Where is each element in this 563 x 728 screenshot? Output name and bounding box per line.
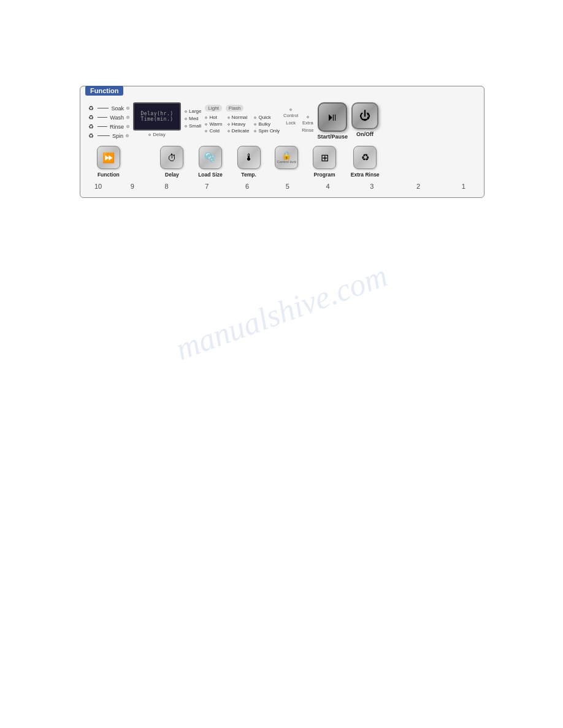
control-lock-label1: Control: [283, 113, 298, 118]
load-med-label: Med: [189, 116, 199, 121]
load-large-label: Large: [189, 108, 201, 114]
hot-dot: [205, 116, 207, 119]
lcd-line2: Time(min.): [140, 116, 173, 122]
delay-dot: [148, 134, 151, 136]
extra-rinse-dot: [307, 116, 309, 118]
lcd-display: Delay(hr.) Time(min.): [133, 102, 181, 131]
hot-label: Hot: [209, 115, 216, 120]
load-size-button[interactable]: 🫧: [199, 146, 222, 169]
control-lock-button-group: 🔒 Control lock: [275, 146, 298, 172]
spin-dot: [126, 134, 129, 137]
load-size-icon: 🫧: [204, 152, 216, 163]
on-off-button[interactable]: ⏻: [351, 102, 378, 129]
spin-only-row: Spin Only: [254, 128, 280, 134]
control-lock-area: Control Lock: [283, 102, 298, 126]
delay-text: Delay: [153, 132, 165, 137]
control-lock-button[interactable]: 🔒 Control lock: [275, 146, 298, 169]
spin-icon: ♻: [86, 132, 95, 139]
temp-icon: 🌡: [244, 152, 254, 163]
temp-cols: Hot Warm Cold Normal: [205, 115, 280, 134]
function-button-group: ⏩ Function: [97, 146, 120, 178]
cold-label: Cold: [209, 128, 219, 134]
extra-rinse-button-label: Extra Rinse: [351, 172, 380, 178]
start-pause-button-area[interactable]: ⏯ Start/Pause: [317, 102, 348, 140]
temp-column: Hot Warm Cold: [205, 115, 222, 134]
control-lock-icon: 🔒 Control lock: [277, 151, 296, 164]
delicate-label: Delicate: [232, 128, 250, 134]
load-med-dot: [185, 118, 187, 120]
heavy-row: Heavy: [228, 121, 250, 127]
program-icon: ⊞: [321, 152, 329, 164]
mode-col1: Normal Heavy Delicate: [228, 115, 250, 134]
warm-dot: [205, 123, 207, 126]
load-size-area: Large Med Small: [185, 102, 201, 129]
spin-label: Spin: [112, 133, 123, 139]
soak-label: Soak: [111, 105, 124, 112]
normal-label: Normal: [232, 115, 248, 120]
lcd-line1: Delay(hr.): [140, 111, 173, 116]
bulky-dot: [254, 123, 256, 126]
soak-line: [98, 108, 109, 108]
rinse-dot: [126, 125, 129, 128]
bulky-row: Bulky: [254, 121, 280, 127]
rinse-label: Rinse: [110, 124, 124, 130]
control-lock-dot: [289, 108, 292, 111]
cycle-indicators: ♻ Soak ♻ Wash ♻ Rinse ♻ Spin: [86, 102, 129, 139]
extra-rinse-icon: ♻: [361, 152, 369, 163]
delay-button-group: ⏱ Delay: [160, 146, 183, 178]
bulky-label: Bulky: [258, 121, 270, 127]
program-button[interactable]: ⊞: [313, 146, 336, 169]
on-off-button-area[interactable]: ⏻ On/Off: [351, 102, 378, 137]
hot-row: Hot: [205, 115, 222, 120]
cold-dot: [205, 130, 207, 132]
watermark: manualshive.com: [171, 257, 393, 367]
quick-dot: [254, 116, 256, 119]
start-pause-label: Start/Pause: [317, 134, 348, 140]
num-2: 2: [404, 183, 432, 190]
temp-mode-area: Light Flash Hot Warm Cold: [205, 102, 280, 134]
wash-dot: [126, 116, 129, 119]
start-pause-button[interactable]: ⏯: [318, 102, 347, 132]
heavy-label: Heavy: [232, 121, 246, 127]
function-button-label: Function: [98, 172, 120, 178]
on-off-label: On/Off: [356, 131, 373, 137]
extra-rinse-label2: Rinse: [302, 127, 313, 133]
normal-dot: [228, 116, 230, 119]
control-lock-label2: Lock: [286, 120, 296, 126]
load-large-dot: [185, 110, 187, 113]
bottom-buttons-row: ⏩ Function ⏱ Delay 🫧 Load Size 🌡 Temp.: [86, 146, 478, 178]
delay-button[interactable]: ⏱: [160, 146, 183, 169]
num-5: 5: [276, 183, 299, 190]
washer-control-panel: Function ♻ Soak ♻ Wash ♻ Rinse: [80, 86, 484, 198]
extra-rinse-label1: Extra: [302, 120, 313, 126]
wash-line: [98, 117, 107, 118]
temp-button[interactable]: 🌡: [237, 146, 261, 169]
extra-rinse-button[interactable]: ♻: [353, 146, 377, 169]
spin-only-label: Spin Only: [258, 128, 280, 134]
heavy-dot: [228, 123, 230, 126]
quick-row: Quick: [254, 115, 280, 120]
num-10: 10: [86, 183, 110, 190]
load-large-row: Large: [185, 108, 201, 114]
load-size-button-group: 🫧 Load Size: [198, 146, 223, 178]
spin-line: [98, 135, 110, 136]
lcd-area: Delay(hr.) Time(min.) Delay: [133, 102, 181, 137]
top-display-row: ♻ Soak ♻ Wash ♻ Rinse ♻ Spin: [86, 102, 478, 140]
normal-row: Normal: [228, 115, 250, 120]
function-button[interactable]: ⏩: [97, 146, 120, 169]
cycle-spin: ♻ Spin: [86, 132, 129, 139]
warm-label: Warm: [209, 121, 222, 127]
num-9: 9: [127, 183, 138, 190]
num-4: 4: [316, 183, 340, 190]
function-icon: ⏩: [102, 152, 115, 164]
soak-dot: [126, 107, 129, 110]
num-7: 7: [195, 183, 218, 190]
start-pause-icon: ⏯: [327, 111, 338, 124]
mode-col2: Quick Bulky Spin Only: [254, 115, 280, 134]
temp-button-label: Temp.: [241, 172, 256, 178]
soak-icon: ♻: [86, 105, 95, 112]
load-small-label: Small: [189, 123, 201, 129]
cycle-wash: ♻ Wash: [86, 114, 129, 121]
delay-icon: ⏱: [167, 153, 177, 163]
warm-row: Warm: [205, 121, 222, 127]
